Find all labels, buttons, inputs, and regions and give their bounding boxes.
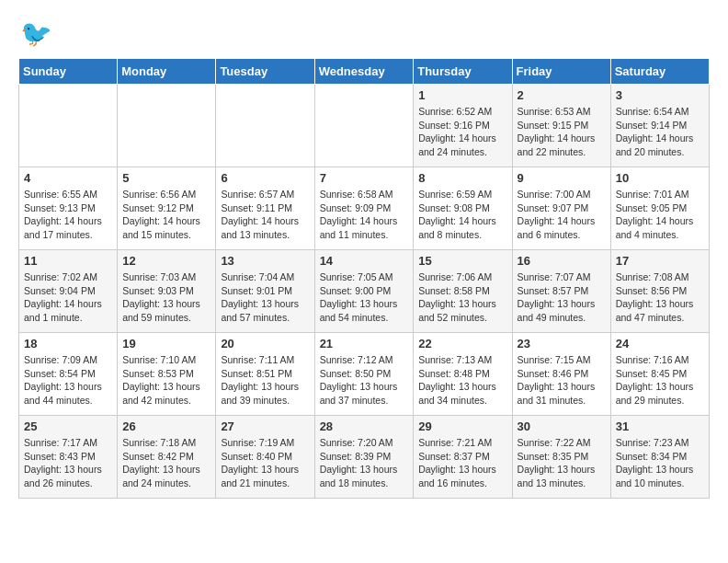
day-number: 4	[24, 171, 112, 185]
day-number: 15	[418, 254, 506, 268]
cell-info: Sunrise: 7:08 AM Sunset: 8:56 PM Dayligh…	[616, 270, 704, 325]
cell-info: Sunrise: 6:58 AM Sunset: 9:09 PM Dayligh…	[320, 188, 409, 242]
calendar-cell: 12Sunrise: 7:03 AM Sunset: 9:03 PM Dayli…	[118, 250, 216, 333]
cell-info: Sunrise: 7:21 AM Sunset: 8:37 PM Dayligh…	[418, 436, 506, 490]
week-row-5: 25Sunrise: 7:17 AM Sunset: 8:43 PM Dayli…	[19, 416, 710, 499]
calendar-cell: 2Sunrise: 6:53 AM Sunset: 9:15 PM Daylig…	[512, 85, 610, 167]
cell-info: Sunrise: 7:00 AM Sunset: 9:07 PM Dayligh…	[518, 188, 606, 242]
cell-info: Sunrise: 7:05 AM Sunset: 9:00 PM Dayligh…	[320, 270, 409, 325]
day-number: 8	[418, 171, 506, 185]
calendar-cell: 25Sunrise: 7:17 AM Sunset: 8:43 PM Dayli…	[19, 416, 118, 499]
calendar-cell: 28Sunrise: 7:20 AM Sunset: 8:39 PM Dayli…	[314, 416, 414, 499]
day-number: 11	[24, 254, 112, 268]
cell-info: Sunrise: 7:10 AM Sunset: 8:53 PM Dayligh…	[122, 353, 210, 408]
calendar-cell: 5Sunrise: 6:56 AM Sunset: 9:12 PM Daylig…	[118, 167, 216, 250]
day-number: 17	[616, 254, 704, 268]
calendar-cell: 15Sunrise: 7:06 AM Sunset: 8:58 PM Dayli…	[414, 250, 512, 333]
day-number: 6	[221, 171, 309, 185]
calendar-table: SundayMondayTuesdayWednesdayThursdayFrid…	[18, 58, 710, 499]
day-number: 19	[122, 337, 210, 350]
cell-info: Sunrise: 7:01 AM Sunset: 9:05 PM Dayligh…	[616, 188, 704, 242]
week-row-4: 18Sunrise: 7:09 AM Sunset: 8:54 PM Dayli…	[19, 333, 710, 416]
day-number: 29	[418, 419, 506, 433]
cell-info: Sunrise: 7:16 AM Sunset: 8:45 PM Dayligh…	[616, 353, 704, 408]
calendar-cell: 3Sunrise: 6:54 AM Sunset: 9:14 PM Daylig…	[610, 85, 709, 167]
day-number: 26	[122, 419, 210, 433]
weekday-header-monday: Monday	[118, 59, 216, 85]
cell-info: Sunrise: 6:52 AM Sunset: 9:16 PM Dayligh…	[418, 105, 506, 159]
calendar-cell: 27Sunrise: 7:19 AM Sunset: 8:40 PM Dayli…	[216, 416, 314, 499]
calendar-cell: 1Sunrise: 6:52 AM Sunset: 9:16 PM Daylig…	[414, 85, 512, 167]
day-number: 3	[616, 88, 704, 102]
calendar-cell: 18Sunrise: 7:09 AM Sunset: 8:54 PM Dayli…	[19, 333, 118, 416]
weekday-header-sunday: Sunday	[19, 59, 118, 85]
calendar-cell: 4Sunrise: 6:55 AM Sunset: 9:13 PM Daylig…	[19, 167, 118, 250]
day-number: 16	[518, 254, 606, 268]
calendar-cell: 26Sunrise: 7:18 AM Sunset: 8:42 PM Dayli…	[118, 416, 216, 499]
day-number: 24	[616, 337, 704, 350]
calendar-cell: 7Sunrise: 6:58 AM Sunset: 9:09 PM Daylig…	[314, 167, 414, 250]
day-number: 20	[221, 337, 309, 350]
calendar-cell: 11Sunrise: 7:02 AM Sunset: 9:04 PM Dayli…	[19, 250, 118, 333]
cell-info: Sunrise: 7:02 AM Sunset: 9:04 PM Dayligh…	[24, 270, 112, 325]
day-number: 18	[24, 337, 112, 350]
calendar-cell: 10Sunrise: 7:01 AM Sunset: 9:05 PM Dayli…	[610, 167, 709, 250]
cell-info: Sunrise: 7:09 AM Sunset: 8:54 PM Dayligh…	[24, 353, 112, 408]
weekday-header-tuesday: Tuesday	[216, 59, 314, 85]
cell-info: Sunrise: 6:53 AM Sunset: 9:15 PM Dayligh…	[518, 105, 606, 159]
cell-info: Sunrise: 6:57 AM Sunset: 9:11 PM Dayligh…	[221, 188, 309, 242]
bird-icon: 🐦	[20, 18, 52, 49]
day-number: 30	[518, 419, 606, 433]
calendar-cell: 19Sunrise: 7:10 AM Sunset: 8:53 PM Dayli…	[118, 333, 216, 416]
day-number: 21	[320, 337, 409, 350]
day-number: 1	[418, 88, 506, 102]
weekday-header-wednesday: Wednesday	[314, 59, 414, 85]
day-number: 10	[616, 171, 704, 185]
calendar-cell	[19, 85, 118, 167]
calendar-cell: 22Sunrise: 7:13 AM Sunset: 8:48 PM Dayli…	[414, 333, 512, 416]
calendar-cell: 20Sunrise: 7:11 AM Sunset: 8:51 PM Dayli…	[216, 333, 314, 416]
calendar-cell: 23Sunrise: 7:15 AM Sunset: 8:46 PM Dayli…	[512, 333, 610, 416]
week-row-1: 1Sunrise: 6:52 AM Sunset: 9:16 PM Daylig…	[19, 85, 710, 167]
day-number: 12	[122, 254, 210, 268]
cell-info: Sunrise: 6:59 AM Sunset: 9:08 PM Dayligh…	[418, 188, 506, 242]
cell-info: Sunrise: 7:15 AM Sunset: 8:46 PM Dayligh…	[518, 353, 606, 408]
day-number: 14	[320, 254, 409, 268]
calendar-cell: 9Sunrise: 7:00 AM Sunset: 9:07 PM Daylig…	[512, 167, 610, 250]
week-row-2: 4Sunrise: 6:55 AM Sunset: 9:13 PM Daylig…	[19, 167, 710, 250]
cell-info: Sunrise: 7:19 AM Sunset: 8:40 PM Dayligh…	[221, 436, 309, 490]
cell-info: Sunrise: 7:23 AM Sunset: 8:34 PM Dayligh…	[616, 436, 704, 490]
weekday-header-row: SundayMondayTuesdayWednesdayThursdayFrid…	[19, 59, 710, 85]
cell-info: Sunrise: 7:04 AM Sunset: 9:01 PM Dayligh…	[221, 270, 309, 325]
header: 🐦	[18, 18, 710, 49]
cell-info: Sunrise: 6:56 AM Sunset: 9:12 PM Dayligh…	[122, 188, 210, 242]
calendar-cell	[118, 85, 216, 167]
calendar-cell	[314, 85, 414, 167]
cell-info: Sunrise: 7:22 AM Sunset: 8:35 PM Dayligh…	[518, 436, 606, 490]
calendar-cell	[216, 85, 314, 167]
day-number: 7	[320, 171, 409, 185]
week-row-3: 11Sunrise: 7:02 AM Sunset: 9:04 PM Dayli…	[19, 250, 710, 333]
weekday-header-saturday: Saturday	[610, 59, 709, 85]
day-number: 23	[518, 337, 606, 350]
calendar-cell: 16Sunrise: 7:07 AM Sunset: 8:57 PM Dayli…	[512, 250, 610, 333]
logo: 🐦	[18, 18, 52, 49]
calendar-cell: 6Sunrise: 6:57 AM Sunset: 9:11 PM Daylig…	[216, 167, 314, 250]
cell-info: Sunrise: 7:11 AM Sunset: 8:51 PM Dayligh…	[221, 353, 309, 408]
cell-info: Sunrise: 7:18 AM Sunset: 8:42 PM Dayligh…	[122, 436, 210, 490]
cell-info: Sunrise: 7:12 AM Sunset: 8:50 PM Dayligh…	[320, 353, 409, 408]
cell-info: Sunrise: 7:03 AM Sunset: 9:03 PM Dayligh…	[122, 270, 210, 325]
calendar-cell: 13Sunrise: 7:04 AM Sunset: 9:01 PM Dayli…	[216, 250, 314, 333]
cell-info: Sunrise: 6:55 AM Sunset: 9:13 PM Dayligh…	[24, 188, 112, 242]
day-number: 13	[221, 254, 309, 268]
day-number: 28	[320, 419, 409, 433]
cell-info: Sunrise: 7:17 AM Sunset: 8:43 PM Dayligh…	[24, 436, 112, 490]
weekday-header-friday: Friday	[512, 59, 610, 85]
calendar-cell: 30Sunrise: 7:22 AM Sunset: 8:35 PM Dayli…	[512, 416, 610, 499]
calendar-cell: 24Sunrise: 7:16 AM Sunset: 8:45 PM Dayli…	[610, 333, 709, 416]
calendar-cell: 21Sunrise: 7:12 AM Sunset: 8:50 PM Dayli…	[314, 333, 414, 416]
calendar-cell: 29Sunrise: 7:21 AM Sunset: 8:37 PM Dayli…	[414, 416, 512, 499]
day-number: 31	[616, 419, 704, 433]
cell-info: Sunrise: 6:54 AM Sunset: 9:14 PM Dayligh…	[616, 105, 704, 159]
calendar-cell: 17Sunrise: 7:08 AM Sunset: 8:56 PM Dayli…	[610, 250, 709, 333]
